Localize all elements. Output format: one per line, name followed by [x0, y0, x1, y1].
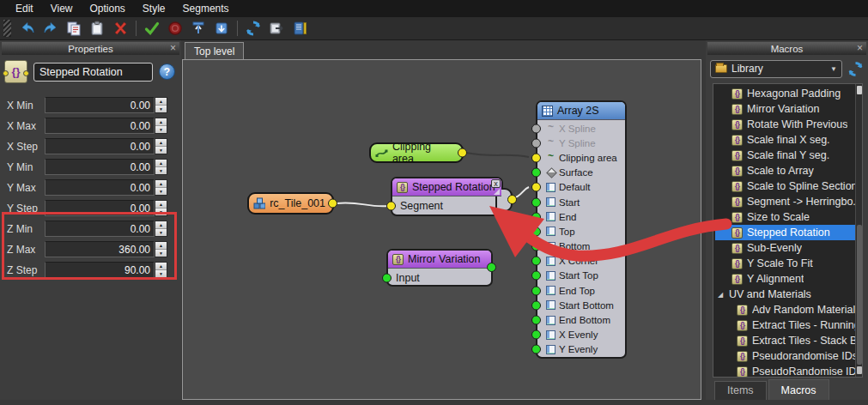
- macro-list-item[interactable]: ◢ Adv Random Material: [715, 302, 855, 317]
- delete-icon[interactable]: [110, 19, 131, 38]
- property-value-field[interactable]: 0.00: [45, 118, 155, 134]
- menu-item[interactable]: Options: [81, 1, 133, 16]
- spinner-down-button[interactable]: ▼: [155, 147, 167, 154]
- macro-list-item[interactable]: ◢ Sub-Evenly: [715, 240, 855, 256]
- node-close-icon[interactable]: x: [491, 179, 501, 188]
- spinner-up-button[interactable]: ▲: [155, 201, 167, 209]
- node-resize-handle[interactable]: [494, 189, 500, 195]
- input-socket[interactable]: [531, 330, 541, 340]
- output-socket[interactable]: [328, 199, 337, 209]
- macro-library-list[interactable]: ◢ Hexagonal Padding ◢ Mirror Variation ◢…: [713, 83, 863, 378]
- node-rc-tile-001[interactable]: rc_Tile_001: [247, 192, 334, 215]
- input-socket[interactable]: [531, 168, 541, 178]
- macro-list-item[interactable]: ◢ Rotate With Previous: [715, 117, 855, 132]
- copy-icon[interactable]: [64, 19, 84, 38]
- macro-list-item[interactable]: ◢ Size to Scale: [715, 209, 855, 225]
- input-socket[interactable]: [531, 316, 541, 325]
- property-value-field[interactable]: 0.00: [45, 159, 155, 175]
- output-socket[interactable]: [487, 263, 496, 272]
- macro-list-item[interactable]: ◢ Scale final Y seg.: [715, 148, 855, 163]
- input-socket[interactable]: [531, 227, 541, 236]
- menu-item[interactable]: Style: [134, 1, 174, 16]
- close-icon[interactable]: ×: [857, 42, 863, 55]
- menu-item[interactable]: Edit: [7, 1, 42, 16]
- scrollbar-thumb[interactable]: [857, 225, 862, 365]
- node-name-input[interactable]: Stepped Rotation: [33, 63, 153, 82]
- export-icon[interactable]: [266, 19, 287, 38]
- input-socket[interactable]: [531, 286, 541, 295]
- macro-list-item[interactable]: ◢ PseudoRandomise IDs ...: [715, 364, 855, 378]
- properties-titlebar[interactable]: Properties ×: [2, 42, 179, 55]
- spinner-down-button[interactable]: ▼: [155, 106, 167, 112]
- redo-icon[interactable]: [40, 19, 61, 38]
- spinner-up-button[interactable]: ▲: [155, 180, 167, 188]
- input-socket[interactable]: [531, 300, 541, 310]
- stop-disable-icon[interactable]: [165, 19, 185, 38]
- node-array-2s[interactable]: Array 2S ~ X Spline ~ Y Spline: [536, 100, 627, 359]
- collapse-bottom-icon[interactable]: [211, 19, 232, 38]
- input-socket[interactable]: [531, 257, 541, 266]
- macro-list-item[interactable]: ◢ Scale final X seg.: [715, 132, 855, 148]
- macro-list-item[interactable]: ◢ Segment -> Herringbo...: [715, 194, 855, 209]
- scrollbar[interactable]: [855, 84, 862, 377]
- tree-expand-icon[interactable]: ◢: [718, 291, 725, 299]
- tab-top-level[interactable]: Top level: [185, 42, 244, 59]
- panel-tab[interactable]: Items: [714, 381, 767, 400]
- macro-list-item[interactable]: ◢ Hexagonal Padding: [715, 86, 855, 101]
- macro-list-item[interactable]: ◢ UV and Materials: [715, 287, 855, 302]
- notes-icon[interactable]: [289, 19, 310, 38]
- library-dropdown[interactable]: Library ▼: [710, 60, 842, 78]
- spinner-down-button[interactable]: ▼: [155, 126, 167, 133]
- spinner-down-button[interactable]: ▼: [155, 188, 167, 195]
- apply-check-icon[interactable]: [142, 19, 162, 38]
- input-socket[interactable]: [531, 197, 541, 207]
- input-socket[interactable]: [531, 124, 541, 133]
- paste-icon[interactable]: [87, 19, 107, 38]
- macro-list-item[interactable]: ◢ Extract Tiles - Stack Bo...: [715, 333, 855, 348]
- input-socket[interactable]: [531, 212, 541, 221]
- input-socket[interactable]: [531, 345, 541, 354]
- help-button[interactable]: ?: [159, 63, 175, 80]
- input-socket[interactable]: [386, 201, 396, 210]
- scrollbar-button[interactable]: [857, 366, 862, 374]
- output-socket[interactable]: [458, 148, 467, 158]
- spinner-up-button[interactable]: ▲: [155, 118, 167, 126]
- macro-list-item[interactable]: ◢ Y Alignment: [715, 271, 855, 287]
- macro-list-item[interactable]: ◢ Mirror Variation: [715, 101, 855, 117]
- toolbar-grip[interactable]: [3, 20, 11, 37]
- spinner-up-button[interactable]: ▲: [155, 160, 167, 167]
- spinner-up-button[interactable]: ▲: [155, 139, 167, 147]
- macro-list-item[interactable]: ◢ Y Scale To Fit: [715, 256, 855, 271]
- macro-list-item[interactable]: ◢ Scale to Array: [715, 163, 855, 178]
- close-icon[interactable]: ×: [170, 42, 176, 55]
- spinner-up-button[interactable]: ▲: [155, 98, 167, 106]
- node-mirror-variation[interactable]: Mirror Variation Input: [386, 249, 493, 287]
- macro-list-item[interactable]: ◢ Extract Tiles - Running...: [715, 317, 855, 333]
- menu-item[interactable]: View: [42, 1, 82, 16]
- spinner-down-button[interactable]: ▼: [155, 167, 167, 174]
- property-value-field[interactable]: 0.00: [45, 179, 155, 196]
- undo-icon[interactable]: [17, 19, 38, 38]
- macro-list-item[interactable]: ◢ Scale to Spline Section: [715, 178, 855, 194]
- refresh-library-button[interactable]: [846, 59, 865, 78]
- input-socket[interactable]: [531, 183, 541, 192]
- input-socket[interactable]: [531, 138, 541, 148]
- input-socket[interactable]: [531, 153, 541, 162]
- input-socket[interactable]: [531, 271, 541, 281]
- menu-item[interactable]: Segments: [174, 1, 238, 16]
- node-clipping-area[interactable]: Clipping area: [369, 142, 464, 163]
- scrollbar-thumb[interactable]: [857, 86, 862, 94]
- output-socket[interactable]: [507, 195, 517, 204]
- macro-list-item[interactable]: ◢ Pseudorandomise IDs ...: [715, 348, 855, 364]
- property-value-field[interactable]: 0.00: [45, 97, 155, 113]
- property-value-field[interactable]: 0.00: [45, 138, 155, 154]
- input-socket[interactable]: [382, 273, 392, 282]
- panel-tab[interactable]: Macros: [768, 379, 829, 400]
- collapse-top-icon[interactable]: [188, 19, 209, 38]
- input-socket[interactable]: [531, 242, 541, 251]
- node-canvas[interactable]: Clipping area rc_Tile_001 Stepped Rotati…: [182, 59, 701, 400]
- refresh-icon[interactable]: [243, 19, 264, 38]
- node-stepped-rotation[interactable]: Stepped Rotation x Segment: [391, 177, 503, 216]
- macro-list-item[interactable]: ◢ Stepped Rotation: [715, 225, 855, 240]
- macros-titlebar[interactable]: Macros ×: [707, 42, 866, 55]
